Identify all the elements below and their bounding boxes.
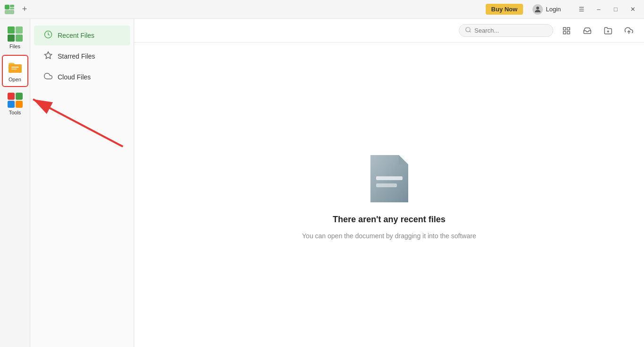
cloud-icon bbox=[43, 72, 53, 82]
cloud-files-label: Cloud Files bbox=[58, 73, 91, 81]
tools-icon bbox=[8, 93, 23, 108]
clock-icon bbox=[43, 30, 53, 41]
app-body: Files Open bbox=[0, 19, 644, 347]
empty-title: There aren't any recent files bbox=[333, 215, 445, 225]
starred-files-label: Starred Files bbox=[58, 52, 95, 60]
empty-file-icon bbox=[366, 150, 413, 207]
app-logo bbox=[4, 4, 15, 15]
menu-button[interactable]: ☰ bbox=[574, 3, 589, 16]
open-icon bbox=[8, 60, 23, 75]
svg-marker-11 bbox=[45, 52, 52, 59]
search-box[interactable] bbox=[459, 24, 553, 37]
close-button[interactable]: ✕ bbox=[625, 3, 640, 16]
svg-rect-17 bbox=[567, 31, 570, 34]
svg-rect-22 bbox=[376, 183, 397, 187]
svg-rect-0 bbox=[5, 5, 9, 9]
app-wrapper: Files Open bbox=[0, 19, 644, 347]
svg-rect-2 bbox=[10, 8, 14, 9]
empty-state: There aren't any recent files You can op… bbox=[134, 43, 644, 347]
main-toolbar bbox=[134, 19, 644, 43]
files-label: Files bbox=[9, 43, 20, 49]
svg-rect-14 bbox=[563, 27, 566, 30]
svg-rect-16 bbox=[563, 31, 566, 34]
folder-add-button[interactable] bbox=[601, 23, 616, 38]
grid-icon bbox=[562, 26, 571, 35]
login-label: Login bbox=[546, 6, 561, 13]
svg-rect-8 bbox=[11, 67, 19, 68]
svg-rect-9 bbox=[11, 69, 17, 69]
svg-point-12 bbox=[466, 27, 470, 32]
window-controls: ☰ – □ ✕ bbox=[574, 3, 640, 16]
user-icon bbox=[532, 4, 543, 15]
svg-rect-21 bbox=[376, 176, 403, 180]
recent-files-label: Recent Files bbox=[58, 32, 94, 39]
files-icon bbox=[8, 26, 23, 42]
svg-rect-15 bbox=[567, 27, 570, 30]
nav-item-cloud[interactable]: Cloud Files bbox=[34, 67, 130, 87]
sidebar-item-files[interactable]: Files bbox=[2, 23, 28, 53]
nav-item-starred[interactable]: Starred Files bbox=[34, 46, 130, 66]
titlebar-left: + bbox=[4, 4, 30, 15]
search-input[interactable] bbox=[474, 27, 547, 34]
empty-subtitle: You can open the document by dragging it… bbox=[302, 232, 476, 240]
svg-line-13 bbox=[470, 31, 471, 33]
grid-view-button[interactable] bbox=[559, 23, 574, 38]
titlebar-right: Buy Now Login ☰ – □ ✕ bbox=[486, 2, 640, 17]
svg-rect-3 bbox=[5, 10, 14, 14]
new-tab-button[interactable]: + bbox=[19, 4, 30, 15]
upload-button[interactable] bbox=[621, 23, 636, 38]
buy-now-button[interactable]: Buy Now bbox=[486, 4, 524, 15]
sidebar-item-open[interactable]: Open bbox=[2, 55, 28, 87]
login-area[interactable]: Login bbox=[529, 2, 565, 17]
star-icon bbox=[43, 51, 53, 61]
icon-sidebar: Files Open bbox=[0, 19, 30, 347]
maximize-button[interactable]: □ bbox=[608, 3, 623, 16]
sidebar-item-tools[interactable]: Tools bbox=[2, 89, 28, 119]
upload-icon bbox=[625, 26, 633, 35]
minimize-button[interactable]: – bbox=[591, 3, 606, 16]
main-content: There aren't any recent files You can op… bbox=[134, 19, 644, 347]
titlebar: + Buy Now Login ☰ – □ ✕ bbox=[0, 0, 644, 19]
inbox-icon bbox=[583, 26, 592, 35]
folder-add-icon bbox=[604, 26, 612, 35]
svg-point-4 bbox=[536, 7, 539, 9]
search-icon bbox=[465, 26, 472, 35]
inbox-button[interactable] bbox=[580, 23, 595, 38]
svg-rect-1 bbox=[10, 5, 14, 7]
nav-sidebar: Recent Files Starred Files Cloud Files bbox=[30, 19, 134, 347]
open-label: Open bbox=[9, 77, 21, 82]
nav-item-recent[interactable]: Recent Files bbox=[34, 26, 130, 45]
tools-label: Tools bbox=[9, 110, 21, 115]
